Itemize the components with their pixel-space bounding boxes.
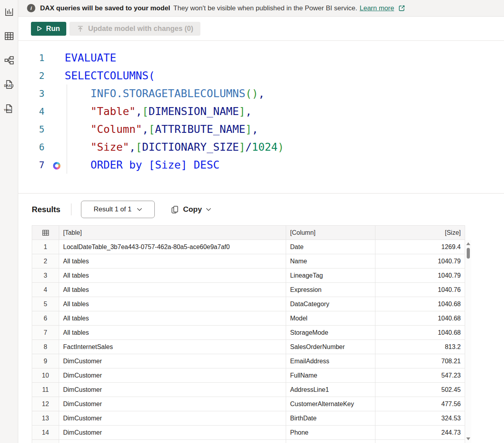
cell-column[interactable]: CustomerAlternateKey — [286, 397, 375, 411]
cell-size[interactable]: 1040.79 — [375, 254, 465, 268]
cell-column[interactable]: FullName — [286, 368, 375, 382]
cell-column[interactable]: Model — [286, 311, 375, 325]
cell-size[interactable]: 813.2 — [375, 340, 465, 354]
table-row[interactable]: 13DimCustomerBirthDate324.53 — [32, 411, 465, 426]
table-row[interactable]: 9DimCustomerEmailAddress708.21 — [32, 354, 465, 368]
results-title: Results — [32, 205, 60, 214]
cell-table[interactable]: DimCustomer — [59, 354, 286, 368]
run-label: Run — [46, 25, 60, 33]
table-scrollbar[interactable] — [465, 240, 471, 443]
dax-query-view-icon[interactable]: DAX — [3, 78, 15, 91]
report-view-icon[interactable] — [3, 6, 15, 18]
result-selector-dropdown[interactable]: Result 1 of 1 — [81, 201, 155, 218]
cell-table[interactable]: All tables — [59, 268, 286, 282]
external-link-icon[interactable] — [398, 4, 406, 12]
divider — [71, 203, 71, 215]
code-line[interactable]: 3 INFO.STORAGETABLECOLUMNS(), — [18, 84, 504, 102]
cell-table[interactable]: DimCustomer — [59, 397, 286, 411]
cell-table[interactable]: All tables — [59, 283, 286, 297]
copilot-icon[interactable] — [52, 160, 61, 169]
scrollbar-thumb[interactable] — [467, 248, 470, 259]
cell-size[interactable]: 502.45 — [375, 383, 465, 397]
cell-table[interactable]: DimCustomer — [59, 411, 286, 425]
row-number: 11 — [32, 383, 59, 397]
table-row[interactable]: 5All tablesDataCategory1040.68 — [32, 297, 465, 311]
code-text: "Column",[ATTRIBUTE_NAME], — [44, 123, 258, 135]
row-number: 5 — [32, 297, 59, 311]
cell-size[interactable]: 1040.79 — [375, 268, 465, 282]
cell-table[interactable]: DimCustomer — [59, 426, 286, 439]
table-row[interactable]: 2All tablesName1040.79 — [32, 254, 465, 268]
learn-more-link[interactable]: Learn more — [360, 4, 394, 12]
cell-size[interactable]: 1269.4 — [375, 240, 465, 254]
cell-column[interactable]: Name — [286, 254, 375, 268]
line-number: 6 — [18, 142, 44, 152]
code-line[interactable]: 2SELECTCOLUMNS( — [18, 67, 504, 84]
row-number: 4 — [32, 283, 59, 297]
update-model-button[interactable]: Update model with changes (0) — [69, 22, 200, 36]
cell-size[interactable]: 708.21 — [375, 354, 465, 368]
table-row[interactable]: 14DimCustomerPhone244.73 — [32, 426, 465, 440]
cell-size[interactable]: 1040.68 — [375, 326, 465, 339]
cell-table[interactable]: FactInternetSales — [59, 340, 286, 354]
cell-column[interactable]: SalesOrderNumber — [286, 340, 375, 354]
chevron-down-icon — [137, 208, 142, 211]
cell-table[interactable]: All tables — [59, 326, 286, 339]
cell-column[interactable]: Date — [286, 240, 375, 254]
table-row[interactable]: 6All tablesModel1040.68 — [32, 311, 465, 326]
tmdl-view-icon[interactable]: TMDL — [3, 102, 15, 115]
cell-size[interactable]: 477.56 — [375, 397, 465, 411]
copy-button[interactable]: Copy — [171, 205, 211, 214]
code-text: "Size",[DICTIONARY_SIZE]/1024) — [44, 141, 284, 153]
table-row[interactable]: 12DimCustomerCustomerAlternateKey477.56 — [32, 397, 465, 411]
cell-column[interactable]: BirthDate — [286, 411, 375, 425]
table-row[interactable]: 4All tablesExpression1040.76 — [32, 283, 465, 297]
code-line[interactable]: 5 "Column",[ATTRIBUTE_NAME], — [18, 120, 504, 138]
cell-size[interactable]: 1040.68 — [375, 297, 465, 311]
row-number: 2 — [32, 254, 59, 268]
table-row[interactable]: 3All tablesLineageTag1040.79 — [32, 268, 465, 283]
table-header-row: [Table] [Column] [Size] — [32, 226, 465, 240]
cell-size[interactable]: 1040.76 — [375, 283, 465, 297]
cell-table[interactable]: LocalDateTable_3b7ea443-0757-462a-80a5-a… — [59, 240, 286, 254]
table-row[interactable]: 10DimCustomerFullName547.23 — [32, 368, 465, 383]
chevron-down-icon[interactable] — [206, 208, 211, 211]
code-line[interactable]: 4 "Table",[DIMENSION_NAME], — [18, 102, 504, 120]
code-text: SELECTCOLUMNS( — [44, 69, 155, 82]
cell-column[interactable]: AddressLine1 — [286, 383, 375, 397]
cell-size[interactable]: 244.73 — [375, 426, 465, 439]
scroll-up-arrow[interactable] — [465, 241, 471, 246]
scroll-down-arrow[interactable] — [465, 436, 471, 441]
cell-column[interactable]: Phone — [286, 426, 375, 439]
cell-column[interactable]: LineageTag — [286, 268, 375, 282]
table-row[interactable]: 7All tablesStorageMode1040.68 — [32, 326, 465, 340]
cell-column[interactable]: EmailAddress — [286, 354, 375, 368]
cell-size[interactable]: 547.23 — [375, 368, 465, 382]
model-view-icon[interactable] — [3, 54, 15, 67]
table-view-icon[interactable] — [3, 30, 15, 42]
cell-table[interactable]: All tables — [59, 297, 286, 311]
code-line[interactable]: 6 "Size",[DICTIONARY_SIZE]/1024) — [18, 138, 504, 156]
table-row[interactable]: 11DimCustomerAddressLine1502.45 — [32, 383, 465, 397]
cell-table[interactable]: All tables — [59, 311, 286, 325]
code-text: INFO.STORAGETABLECOLUMNS(), — [44, 87, 265, 100]
cell-column[interactable]: DataCategory — [286, 297, 375, 311]
cell-table[interactable]: DimCustomer — [59, 368, 286, 382]
cell-table[interactable]: DimCustomer — [59, 383, 286, 397]
row-number: 10 — [32, 368, 59, 382]
code-line[interactable]: 7 ORDER by [Size] DESC — [18, 156, 504, 174]
cell-table[interactable]: All tables — [59, 254, 286, 268]
cell-size[interactable]: 1040.68 — [375, 311, 465, 325]
code-line[interactable]: 1EVALUATE — [18, 49, 504, 67]
banner-title: DAX queries will be saved to your model — [40, 4, 170, 12]
cell-size[interactable]: 324.53 — [375, 411, 465, 425]
run-button[interactable]: Run — [31, 22, 66, 36]
cell-column[interactable]: StorageMode — [286, 326, 375, 339]
table-row[interactable]: 8FactInternetSalesSalesOrderNumber813.2 — [32, 340, 465, 354]
line-number: 5 — [18, 124, 44, 134]
dax-code-editor[interactable]: 1EVALUATE2SELECTCOLUMNS(3 INFO.STORAGETA… — [18, 41, 504, 193]
column-header-size: [Size] — [375, 226, 465, 240]
cell-column[interactable]: Expression — [286, 283, 375, 297]
upload-icon — [77, 25, 84, 33]
table-row[interactable]: 1LocalDateTable_3b7ea443-0757-462a-80a5-… — [32, 240, 465, 254]
